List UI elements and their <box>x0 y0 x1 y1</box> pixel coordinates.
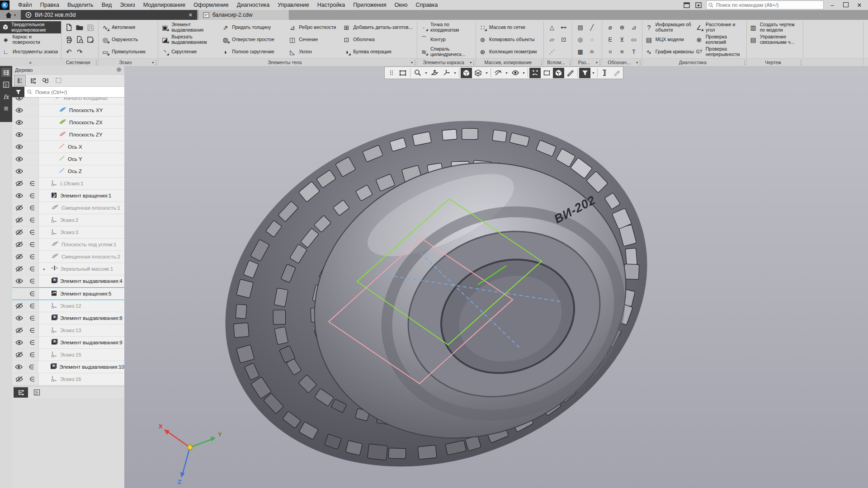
tree-panel-button[interactable] <box>1 68 11 77</box>
include-flag[interactable]: ∈ <box>25 361 38 373</box>
mode-surfaces[interactable]: ◈ Каркас и поверхности <box>0 33 61 46</box>
tree-relations-button[interactable] <box>28 75 38 85</box>
shaded-display-button[interactable] <box>461 68 472 78</box>
visibility-toggle[interactable] <box>12 251 26 263</box>
simple-hole-button[interactable]: ◍Отверстие простое <box>221 33 287 46</box>
tree-row[interactable]: Плоскость ZY <box>12 129 124 141</box>
tree-row[interactable]: ∈ Эскиз:15 <box>12 349 124 361</box>
visibility-toggle[interactable] <box>12 275 26 287</box>
group-grip[interactable] <box>541 60 542 65</box>
group-grip[interactable] <box>473 60 474 65</box>
tree-row[interactable]: ∈ Эскиз:16 <box>12 373 124 385</box>
visibility-toggle[interactable] <box>12 300 26 312</box>
visibility-toggle[interactable] <box>12 104 26 116</box>
visibility-toggle[interactable] <box>12 337 26 348</box>
zoom-dropdown-icon[interactable]: ▾ <box>424 68 429 78</box>
align-tool-icon[interactable]: ≐ <box>590 48 594 55</box>
tire-model[interactable]: ВИ-202 <box>176 66 696 488</box>
include-flag[interactable]: ∈ <box>26 214 39 226</box>
tree-search-input[interactable] <box>34 89 122 95</box>
include-flag[interactable]: ∈ <box>26 226 39 238</box>
tree-row[interactable]: ∈ ▸ Зеркальный массив:1 <box>12 263 124 275</box>
autoline-button[interactable]: ∿Автолиния <box>101 21 145 33</box>
include-flag[interactable]: ∈ <box>26 337 39 348</box>
tree-row[interactable]: Плоскость ZX <box>12 117 124 129</box>
group-grip[interactable] <box>156 60 156 65</box>
hide-objects-button[interactable] <box>492 68 504 78</box>
tree-tab-structure[interactable] <box>14 387 28 398</box>
maximize-button[interactable] <box>841 2 851 9</box>
redo-button[interactable]: ↷ <box>75 47 84 56</box>
manage-linked-button[interactable]: ▤Управление связанными ч... <box>749 33 801 46</box>
visibility-toggle[interactable] <box>12 288 26 300</box>
menu-manage[interactable]: Управление <box>274 0 313 10</box>
menu-layout[interactable]: Оформление <box>189 0 233 10</box>
include-flag[interactable]: ∈ <box>26 239 39 250</box>
tree-row[interactable]: Начало координат <box>12 98 124 104</box>
aux-cs-tool-icon[interactable]: ⊡ <box>561 36 566 43</box>
tree-row[interactable]: ∈ Элемент выдавливания:10 <box>12 361 124 373</box>
include-flag[interactable] <box>26 129 39 141</box>
variables-panel-button[interactable]: fx <box>1 92 11 101</box>
mode-solid-modeling[interactable]: Твердотельное моделирование <box>0 21 61 33</box>
group-dropdown-icon[interactable]: ▾ <box>636 61 638 65</box>
normal-to-button[interactable] <box>429 68 440 78</box>
tree-composition-button[interactable] <box>40 75 51 85</box>
tab-drawing-document[interactable]: балансир-2.cdw <box>198 10 289 20</box>
section-view-tool-icon[interactable]: ▤ <box>577 24 583 31</box>
text-tool-icon[interactable]: T <box>632 48 636 55</box>
3d-viewport[interactable]: ВИ-202 X Y Z <box>124 66 868 488</box>
tab-model-document[interactable]: ВИ-202 нов.m3d ✕ <box>21 10 197 20</box>
include-flag[interactable]: ∈ <box>26 178 39 189</box>
aux-plane-tool-icon[interactable]: △ <box>550 24 554 31</box>
include-flag[interactable] <box>26 117 39 128</box>
wireframe-display-button[interactable] <box>472 68 484 78</box>
group-grip[interactable] <box>640 60 641 65</box>
tree-row[interactable]: Плоскость XY <box>12 104 124 117</box>
model-scene[interactable]: ВИ-202 X Y Z <box>124 66 868 488</box>
geometry-collection-button[interactable]: ⊛Коллекция геометрии <box>478 46 537 58</box>
include-flag[interactable]: ∈ <box>26 202 39 214</box>
visibility-toggle[interactable] <box>12 98 26 104</box>
tree-filter-button[interactable] <box>12 87 24 97</box>
tree-row[interactable]: ∈ (-)Эскиз:1 <box>12 178 124 190</box>
include-flag[interactable] <box>26 165 39 177</box>
round-section-tool-icon[interactable]: ◎ <box>578 36 583 43</box>
clip-box-button[interactable] <box>541 68 552 78</box>
menu-edit[interactable]: Правка <box>36 0 63 10</box>
spiral-button[interactable]: ≋Спираль цилиндрическ... <box>420 46 473 58</box>
home-button[interactable]: ▾ <box>0 10 21 20</box>
tree-row[interactable]: ∈ Плоскость под углом:1 <box>12 239 124 251</box>
base-designation-icon[interactable]: E <box>609 36 613 43</box>
visibility-toggle[interactable] <box>12 263 26 275</box>
extrude-button[interactable]: ▣Элемент выдавливания <box>160 21 220 33</box>
distance-angle-button[interactable]: ∠Расстояние и угол <box>695 21 744 33</box>
aux-plane2-tool-icon[interactable]: ▱ <box>550 36 554 43</box>
group-grip[interactable] <box>801 60 802 65</box>
perspective-button[interactable] <box>509 68 521 78</box>
render-quality-button[interactable] <box>553 68 564 78</box>
group-grip[interactable] <box>599 60 600 65</box>
full-fillet-button[interactable]: ◗Полное скругление <box>221 46 287 58</box>
check-mark-icon[interactable]: ⊻ <box>620 36 624 43</box>
appearance-button[interactable] <box>565 68 576 78</box>
group-dropdown-icon[interactable]: ▾ <box>596 61 598 65</box>
draft-button[interactable]: ◺Уклон <box>288 46 341 58</box>
diameter-dim-icon[interactable]: ⌀ <box>609 24 612 31</box>
menu-sketch[interactable]: Эскиз <box>116 0 139 10</box>
visibility-toggle[interactable] <box>12 153 26 165</box>
orientation-button[interactable] <box>441 68 452 78</box>
include-flag[interactable] <box>26 98 39 104</box>
tree-row[interactable]: ∈ Смещенная плоскость:1 <box>12 202 124 214</box>
copy-objects-button[interactable]: ⊚Копировать объекты <box>478 33 537 46</box>
tree-row[interactable]: ∈ Элемент выдавливания:8 <box>12 312 124 324</box>
filter-dropdown-icon[interactable]: ▾ <box>591 68 596 78</box>
aux-axis-tool-icon[interactable]: ⋰ <box>549 48 555 55</box>
ground-designation-icon[interactable]: ≡ <box>620 48 624 55</box>
grid-designation-icon[interactable]: ⌗ <box>609 48 612 56</box>
visibility-toggle[interactable] <box>12 373 26 385</box>
parameters-panel-button[interactable] <box>1 80 11 89</box>
filter-objects-button[interactable] <box>579 68 590 78</box>
group-dropdown-icon[interactable]: ▾ <box>152 61 154 65</box>
tree-area-select-button[interactable] <box>53 75 64 85</box>
